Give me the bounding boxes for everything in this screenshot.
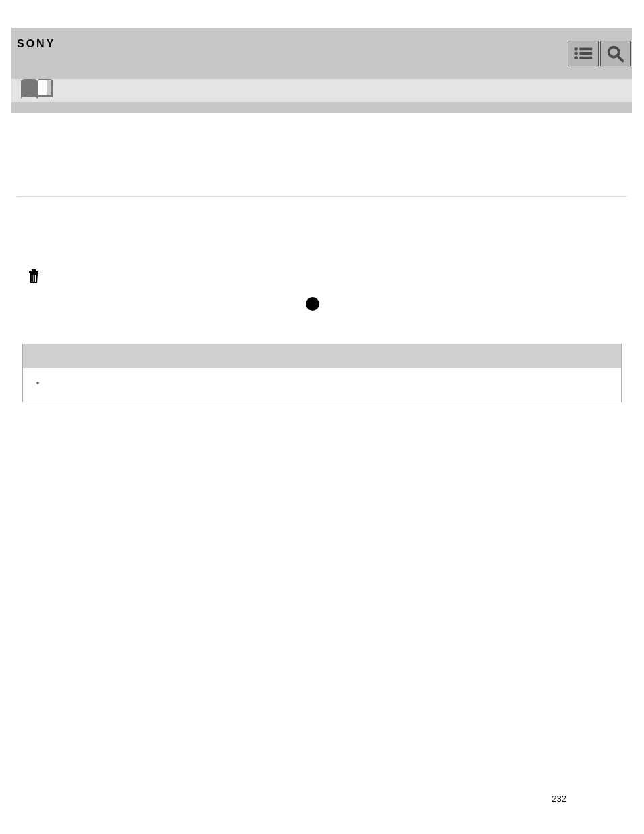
brand-logo: SONY <box>17 38 55 50</box>
svg-rect-1 <box>579 47 592 50</box>
menu-button[interactable] <box>568 41 599 66</box>
svg-rect-5 <box>579 57 592 59</box>
svg-line-7 <box>618 56 623 61</box>
search-button[interactable] <box>600 41 631 66</box>
step-2-line <box>24 297 325 311</box>
record-dot-icon <box>306 297 319 311</box>
svg-rect-9 <box>32 269 36 271</box>
trash-icon <box>28 269 40 284</box>
svg-rect-8 <box>29 271 38 273</box>
svg-rect-3 <box>579 52 592 55</box>
note-bullet-1 <box>46 377 606 387</box>
help-guide-icon[interactable] <box>18 76 56 103</box>
sub-header-bar <box>11 79 632 102</box>
note-box-body <box>23 368 621 402</box>
page-number: 232 <box>552 793 566 804</box>
note-box <box>22 344 622 402</box>
svg-point-4 <box>574 56 578 59</box>
menu-list-icon <box>568 41 598 66</box>
step-1-line <box>24 269 44 284</box>
svg-point-0 <box>574 47 578 51</box>
note-box-header <box>23 344 621 368</box>
search-icon <box>601 41 630 66</box>
section-divider <box>17 196 627 197</box>
help-guide-page: SONY <box>0 0 644 834</box>
svg-point-2 <box>574 52 578 55</box>
